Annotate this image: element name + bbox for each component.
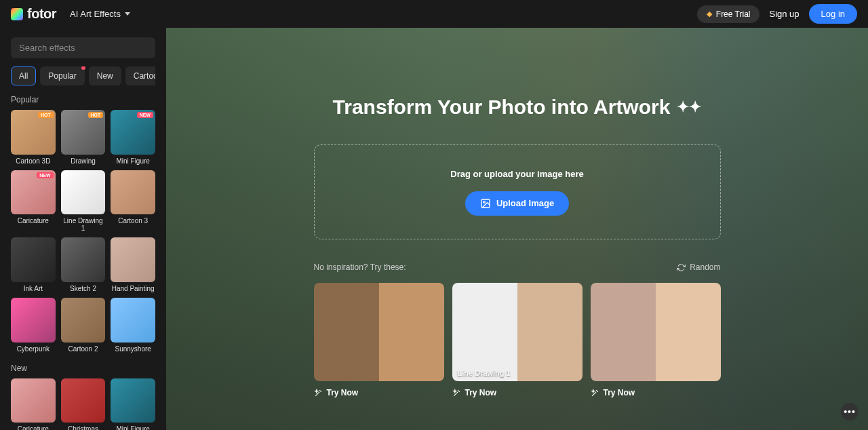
effect-label: Caricature <box>11 217 56 224</box>
effect-thumb <box>11 298 56 343</box>
badge-new: NEW <box>37 172 53 178</box>
sample-card: Try Now <box>314 283 444 397</box>
logo-icon <box>11 8 23 20</box>
nav-ai-art-effects[interactable]: AI Art Effects <box>70 9 130 19</box>
samples-grid: Try NowLine Drawing 1Try NowTry Now <box>314 283 721 397</box>
main-panel: Transform Your Photo into Artwork ✦✦ Dra… <box>166 28 868 430</box>
thumb-image <box>111 237 155 282</box>
upload-label: Upload Image <box>496 198 554 208</box>
effect-card[interactable]: Line Drawing 1 <box>61 170 106 233</box>
header-left: fotor AI Art Effects <box>11 6 130 22</box>
free-trial-label: Free Trial <box>716 9 751 19</box>
effect-label: Ink Art <box>11 285 56 292</box>
sample-image[interactable]: Line Drawing 1 <box>452 283 583 381</box>
filter-chip-cartoon[interactable]: Cartoon <box>125 66 155 85</box>
effect-card[interactable]: Mini Figure <box>111 378 155 430</box>
try-now-button[interactable]: Try Now <box>314 388 444 397</box>
sample-card: Line Drawing 1Try Now <box>452 283 583 397</box>
samples-header: No inspiration? Try these: Random <box>314 262 721 272</box>
thumb-image <box>61 170 106 215</box>
try-now-button[interactable]: Try Now <box>452 388 583 397</box>
effect-label: Sketch 2 <box>61 285 106 292</box>
hero-title: Transform Your Photo into Artwork ✦✦ <box>333 96 702 119</box>
hero: Transform Your Photo into Artwork ✦✦ Dra… <box>166 28 868 239</box>
effect-card[interactable]: NEWMini Figure <box>111 110 155 165</box>
more-icon: ••• <box>844 406 856 417</box>
sample-ph <box>452 283 583 381</box>
wand-icon <box>314 389 323 397</box>
effect-card[interactable]: HOTCartoon 3D <box>11 110 56 165</box>
effect-card[interactable]: HOTDrawing <box>61 110 106 165</box>
thumb-image <box>111 170 155 215</box>
free-trial-button[interactable]: ◆ Free Trial <box>697 5 760 23</box>
effect-card[interactable]: Sketch 2 <box>61 237 106 292</box>
sample-ph <box>591 283 721 381</box>
log-in-button[interactable]: Log in <box>809 4 857 24</box>
effect-label: Drawing <box>61 157 106 165</box>
effect-thumb <box>11 237 56 282</box>
effect-label: Line Drawing 1 <box>61 217 106 232</box>
logo-text: fotor <box>27 6 56 22</box>
search-input[interactable] <box>11 37 155 58</box>
effect-card[interactable]: Hand Painting <box>111 237 155 292</box>
sign-up-link[interactable]: Sign up <box>769 9 799 19</box>
thumb-image <box>61 237 106 282</box>
effect-card[interactable]: Cartoon 2 <box>61 298 106 353</box>
effect-card[interactable]: Caricature <box>11 378 56 430</box>
sample-ph <box>314 283 444 381</box>
badge-hot: HOT <box>38 112 54 118</box>
effect-label: Cyberpunk <box>11 345 56 353</box>
effect-thumb <box>111 378 155 423</box>
header: fotor AI Art Effects ◆ Free Trial Sign u… <box>0 0 868 28</box>
sample-image[interactable] <box>591 283 721 381</box>
effect-thumb: NEW <box>11 170 56 215</box>
sidebar: AllPopularNewCartoonChristm› PopularHOTC… <box>0 28 166 430</box>
effect-label: Mini Figure <box>111 425 155 430</box>
sparkle-icon: ✦✦ <box>677 98 701 116</box>
upload-image-button[interactable]: Upload Image <box>465 191 569 216</box>
filter-chip-new[interactable]: New <box>89 66 121 85</box>
effect-label: Caricature <box>11 425 56 430</box>
effect-label: Sunnyshore <box>111 345 155 353</box>
wand-icon <box>452 389 461 397</box>
try-now-label: Try Now <box>604 388 635 397</box>
effect-thumb <box>61 378 106 423</box>
effect-card[interactable]: Cyberpunk <box>11 298 56 353</box>
section-title: New <box>11 364 155 373</box>
effect-card[interactable]: Cartoon 3 <box>111 170 155 233</box>
logo[interactable]: fotor <box>11 6 56 22</box>
diamond-icon: ◆ <box>707 9 712 18</box>
effect-thumb <box>61 237 106 282</box>
filter-row: AllPopularNewCartoonChristm› <box>11 66 155 85</box>
effect-card[interactable]: Christmas Cartoon 1 <box>61 378 106 430</box>
more-menu-button[interactable]: ••• <box>841 403 859 421</box>
thumb-image <box>11 378 56 423</box>
header-right: ◆ Free Trial Sign up Log in <box>697 4 857 24</box>
effect-card[interactable]: Ink Art <box>11 237 56 292</box>
hero-title-text: Transform Your Photo into Artwork <box>333 96 671 119</box>
wand-icon <box>591 389 599 397</box>
image-upload-icon <box>480 198 491 209</box>
filter-chip-popular[interactable]: Popular <box>40 66 84 85</box>
effect-label: Hand Painting <box>111 285 155 292</box>
chevron-down-icon <box>125 12 130 16</box>
samples-section: No inspiration? Try these: Random Try No… <box>314 262 721 425</box>
thumb-image <box>11 237 56 282</box>
sample-image[interactable] <box>314 283 444 381</box>
content: AllPopularNewCartoonChristm› PopularHOTC… <box>0 28 868 430</box>
dropzone[interactable]: Drag or upload your image here Upload Im… <box>314 144 721 239</box>
try-now-label: Try Now <box>327 388 359 397</box>
samples-title: No inspiration? Try these: <box>314 262 406 272</box>
effect-card[interactable]: Sunnyshore <box>111 298 155 353</box>
svg-point-1 <box>484 201 486 203</box>
filter-chip-all[interactable]: All <box>11 66 36 85</box>
effect-thumb <box>61 170 106 215</box>
effect-thumb: NEW <box>111 110 155 155</box>
random-button[interactable]: Random <box>677 262 720 272</box>
effect-card[interactable]: NEWCaricature <box>11 170 56 233</box>
effect-label: Cartoon 3 <box>111 217 155 224</box>
try-now-button[interactable]: Try Now <box>591 388 721 397</box>
nav-label: AI Art Effects <box>70 9 121 19</box>
effect-label: Mini Figure <box>111 157 155 165</box>
effect-thumb <box>111 298 155 343</box>
